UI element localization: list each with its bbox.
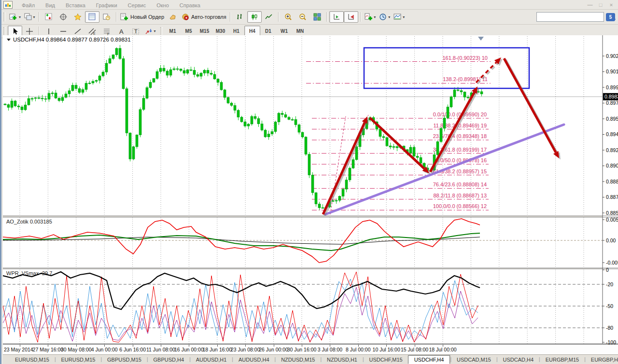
chart-tab-gbpusd-h4[interactable]: GBPUSD,H4 [148, 356, 190, 364]
svg-text:-50: -50 [606, 303, 613, 309]
autotrading-button[interactable]: Авто-торговля [180, 11, 228, 23]
time-label: 11 Jun 08:00 [146, 347, 175, 352]
new-order-label: Новый Ордер [130, 14, 164, 20]
chart-tab-gbpusd-m15[interactable]: GBPUSD,M15 [102, 356, 147, 364]
toolbar-separator [39, 27, 40, 36]
periods-button[interactable]: ▾ [378, 11, 392, 23]
toolbar-separator [360, 12, 361, 22]
svg-text:0.90285: 0.90285 [606, 53, 618, 59]
search-input[interactable] [537, 14, 608, 20]
chart-tab-usdcad-h4[interactable]: USDCAD,H4 [498, 356, 539, 364]
dwindow-icon [103, 13, 111, 21]
svg-text:-80: -80 [606, 325, 613, 331]
svg-text:A: A [119, 28, 124, 35]
menu-item-window[interactable]: Окно [151, 1, 174, 9]
svg-text:USDCHF,H4 0.89864 0.89877 0.8: USDCHF,H4 0.89864 0.89877 0.89726 0.8983… [13, 37, 131, 42]
restore-button[interactable]: □ [597, 2, 604, 8]
line-chart-button[interactable] [262, 11, 276, 23]
chart-tab-usdcad-m15[interactable]: USDCAD,M15 [451, 356, 496, 364]
minimize-button[interactable]: — [586, 2, 594, 8]
menu-item-help[interactable]: Справка [174, 1, 206, 9]
fibo-icon: F [103, 28, 111, 35]
profiles-icon [24, 13, 32, 21]
community-notifications-icon[interactable]: 5 [606, 13, 615, 21]
chart-tab-eurusd-m15[interactable]: EURUSD,M15 [56, 356, 101, 364]
bars-icon [236, 13, 244, 21]
time-label: 15 Jul 08:00 [401, 347, 428, 352]
symbols-button[interactable] [42, 11, 56, 23]
menu-item-insert[interactable]: Вставка [60, 1, 91, 9]
vline-icon [45, 28, 53, 35]
favorites-button[interactable] [70, 11, 85, 23]
zoomin-icon [284, 13, 292, 21]
chart-canvas[interactable]: 0.0/100.0 (0.89590) 2011.8/88.2 (0.89469… [3, 35, 618, 344]
candlestick-chart-button[interactable] [247, 11, 262, 23]
linechart-icon [265, 13, 273, 21]
terminal-icon [169, 13, 177, 21]
new-order-button[interactable]: Новый Ордер [119, 11, 166, 23]
new-chart-button[interactable]: ▾ [8, 11, 22, 23]
toolbar-grip[interactable] [3, 27, 6, 36]
zoom-in-button[interactable] [281, 11, 295, 23]
svg-text:0.89235: 0.89235 [606, 147, 618, 153]
newchart-icon [9, 13, 17, 21]
autotrading-label: Авто-торговля [191, 14, 226, 20]
ao-indicator-label: AO_Zotik 0.003185 [6, 219, 52, 224]
svg-text:0.89935: 0.89935 [606, 84, 618, 90]
chart-tab-audusd-h1[interactable]: AUDUSD,H1 [191, 356, 232, 364]
market-watch-button[interactable] [85, 11, 99, 23]
dropdown-caret-icon: ▾ [19, 15, 21, 19]
tile-windows-button[interactable] [310, 11, 324, 23]
toolbar-grip[interactable] [3, 13, 6, 21]
chart-tab-eurgbp-h4[interactable]: EURGBP,H4 [586, 356, 618, 364]
svg-text:0.88885: 0.88885 [606, 179, 618, 184]
autoscroll-icon [333, 13, 340, 21]
chart-tab-eurusd-m15[interactable]: EURUSD,M15 [10, 356, 55, 364]
chart-tab-usdchf-h4[interactable]: USDCHF,H4 [408, 355, 450, 364]
mt4-window: ФайлВидВставкаГрафикиСервисОкноСправка —… [0, 0, 618, 364]
bar-chart-button[interactable] [233, 11, 247, 23]
chart-tab-audusd-h4[interactable]: AUDUSD,H4 [233, 356, 275, 364]
chart-shift-button[interactable] [344, 11, 358, 23]
profiles-button[interactable]: ▾ [22, 11, 37, 23]
menu-item-file[interactable]: Файл [16, 1, 40, 9]
autotrade-icon [182, 13, 189, 21]
zoomout-icon [299, 13, 307, 21]
close-button[interactable]: × [607, 2, 615, 8]
svg-text:76.4/23.6 (0.88808) 14: 76.4/23.6 (0.88808) 14 [433, 182, 487, 187]
svg-text:-100: -100 [606, 339, 616, 345]
templates-button[interactable]: ▾ [392, 11, 407, 23]
chart-tab-usdchf-m15[interactable]: USDCHF,M15 [364, 356, 408, 364]
dropdown-caret-icon: ▾ [33, 15, 35, 19]
svg-text:-0.00588: -0.00588 [606, 260, 618, 266]
time-axis[interactable]: 23 May 201427 May 16:0030 May 08:004 Jun… [3, 344, 618, 355]
menu-item-charts[interactable]: Графики [91, 1, 123, 9]
menu-item-view[interactable]: Вид [40, 1, 60, 9]
menu-item-service[interactable]: Сервис [123, 1, 152, 9]
auto-scroll-button[interactable] [329, 11, 344, 23]
svg-text:0: 0 [606, 267, 609, 273]
svg-text:E: E [93, 32, 96, 35]
svg-text:0.89760: 0.89760 [606, 100, 618, 106]
data-window-button[interactable] [99, 11, 114, 23]
toolbar-grip[interactable] [160, 27, 163, 36]
dropdown-caret-icon: ▾ [154, 29, 155, 33]
time-label: 10 Jul 16:00 [373, 347, 400, 352]
chart-tab-eurgbp-m15[interactable]: EURGBP,M15 [540, 356, 585, 364]
terminal-button[interactable] [166, 11, 180, 23]
star-icon [74, 13, 82, 21]
indicators-list-button[interactable]: ▾ [363, 11, 378, 23]
chart-tab-nzdusd-h1[interactable]: NZDUSD,H1 [322, 356, 363, 364]
crosshair-button[interactable] [56, 11, 70, 23]
app-icon [3, 1, 13, 9]
svg-text:T: T [134, 28, 138, 34]
svg-text:0.89831: 0.89831 [604, 94, 618, 99]
svg-text:161.8-(0.90223) 10: 161.8-(0.90223) 10 [442, 55, 488, 61]
chart-tab-nzdusd-m15[interactable]: NZDUSD,M15 [276, 356, 320, 364]
time-label: 26 Jun 00:00 [259, 347, 288, 352]
toolbar-separator [230, 12, 231, 22]
time-label: 23 May 2014 [4, 347, 33, 352]
svg-text:0.005525: 0.005525 [606, 217, 618, 223]
tile-icon [313, 13, 321, 21]
zoom-out-button[interactable] [295, 11, 310, 23]
